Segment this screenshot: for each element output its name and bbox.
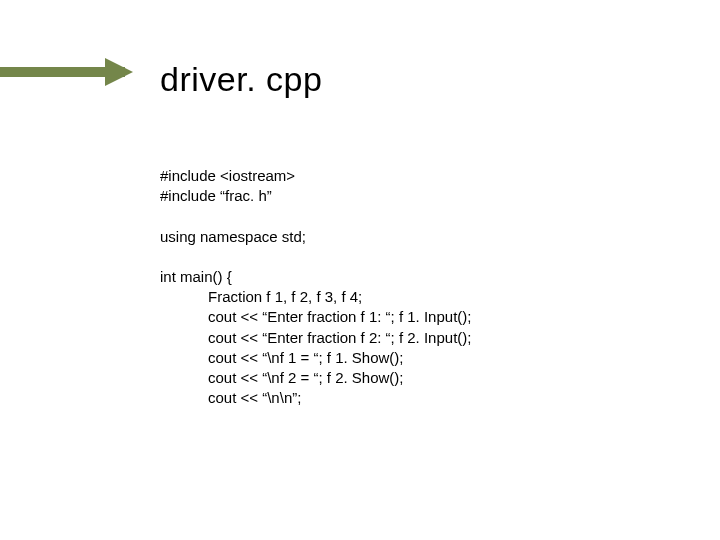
main-block: int main() { Fraction f 1, f 2, f 3, f 4…	[160, 267, 471, 409]
accent-arrow	[0, 58, 145, 86]
code-line: cout << “\nf 1 = “; f 1. Show();	[208, 348, 471, 368]
code-line: Fraction f 1, f 2, f 3, f 4;	[208, 287, 471, 307]
code-line: cout << “\nf 2 = “; f 2. Show();	[208, 368, 471, 388]
using-block: using namespace std;	[160, 227, 471, 247]
code-body: #include <iostream> #include “frac. h” u…	[160, 166, 471, 409]
code-line: cout << “Enter fraction f 1: “; f 1. Inp…	[208, 307, 471, 327]
chevron-right-icon	[105, 58, 133, 86]
code-line: using namespace std;	[160, 227, 471, 247]
slide: driver. cpp #include <iostream> #include…	[0, 0, 720, 540]
code-line: cout << “Enter fraction f 2: “; f 2. Inp…	[208, 328, 471, 348]
code-line: int main() {	[160, 267, 471, 287]
includes-block: #include <iostream> #include “frac. h”	[160, 166, 471, 207]
code-line: #include <iostream>	[160, 166, 471, 186]
code-line: cout << “\n\n”;	[208, 388, 471, 408]
slide-title: driver. cpp	[160, 60, 322, 99]
code-line: #include “frac. h”	[160, 186, 471, 206]
main-body-indent: Fraction f 1, f 2, f 3, f 4; cout << “En…	[160, 287, 471, 409]
